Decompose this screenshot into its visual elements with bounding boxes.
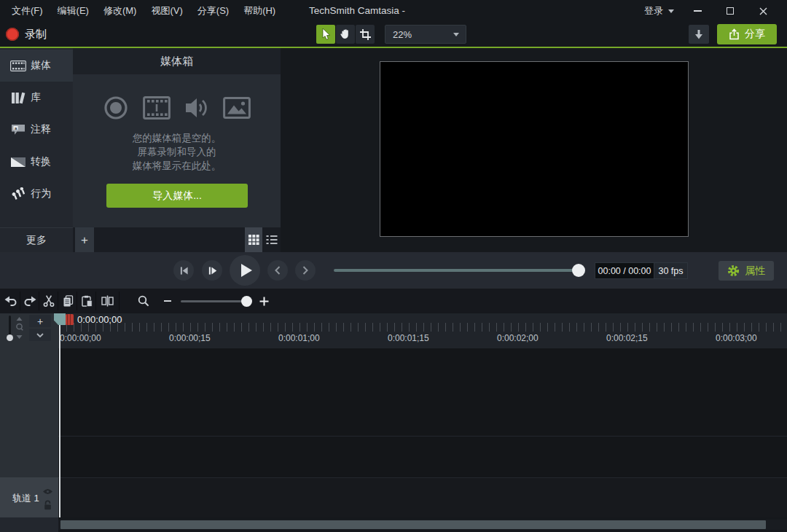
step-back-button[interactable] (173, 260, 194, 281)
grid-view-button[interactable] (245, 227, 262, 252)
film-icon (143, 96, 171, 120)
zoom-out-button[interactable] (160, 292, 175, 310)
track-area[interactable] (58, 348, 787, 517)
canvas-area[interactable] (281, 48, 787, 252)
timeline: + 0:00:00;00 0:00:00;15 0:00:01;00 0:00:… (0, 313, 787, 532)
ruler-label: 0:00:02;15 (606, 333, 648, 343)
media-bin-empty-message: 您的媒体箱是空的。 屏幕录制和导入的 媒体将显示在此处。 (73, 131, 281, 173)
minimize-icon (694, 10, 702, 12)
download-arrow-icon (694, 30, 703, 39)
add-track-button[interactable]: + (29, 315, 51, 327)
list-view-icon (266, 235, 278, 245)
export-local-button[interactable] (689, 25, 709, 44)
timeline-scrollbar-thumb[interactable] (60, 520, 766, 529)
prev-marker-button[interactable] (267, 260, 288, 281)
behaviors-icon (9, 187, 28, 200)
menu-help[interactable]: 帮助(H) (236, 0, 283, 22)
split-button[interactable] (96, 292, 120, 310)
maximize-icon (727, 7, 734, 15)
share-icon (729, 28, 740, 40)
sidebar-item-label: 媒体 (31, 59, 51, 72)
sidebar-item-media[interactable]: 媒体 (0, 50, 73, 82)
timeline-zoom-knob[interactable] (241, 296, 252, 307)
sidebar-item-annotations[interactable]: a 注释 (0, 114, 73, 146)
close-button[interactable] (752, 0, 774, 22)
preview-canvas[interactable] (380, 61, 689, 237)
share-button[interactable]: 分享 (717, 24, 777, 44)
callout-icon: a (9, 124, 28, 136)
menu-bar: 文件(F) 编辑(E) 修改(M) 视图(V) 分享(S) 帮助(H) Tech… (0, 0, 787, 22)
sidebar-item-transitions[interactable]: 转换 (0, 146, 73, 178)
login-label: 登录 (644, 4, 663, 17)
grid-view-icon (248, 235, 259, 245)
sidebar-more-button[interactable]: 更多 (0, 227, 73, 252)
crop-tool-button[interactable] (356, 25, 375, 44)
crop-icon (360, 29, 371, 40)
play-button[interactable] (230, 255, 260, 286)
undo-button[interactable] (1, 292, 20, 310)
seek-slider[interactable] (334, 269, 580, 272)
chevron-left-icon (275, 266, 281, 275)
more-label: 更多 (26, 234, 47, 247)
paste-button[interactable] (77, 292, 96, 310)
copy-icon (62, 295, 74, 307)
sidebar-item-behaviors[interactable]: 行为 (0, 178, 73, 210)
menu-view[interactable]: 视图(V) (144, 0, 189, 22)
select-tool-button[interactable] (316, 25, 335, 44)
step-forward-button[interactable] (202, 260, 222, 281)
window-title: TechSmith Camtasia - (309, 0, 405, 22)
pan-tool-button[interactable] (336, 25, 355, 44)
split-icon (101, 295, 114, 307)
redo-button[interactable] (20, 292, 39, 310)
import-media-button[interactable]: 导入媒体... (106, 184, 248, 208)
camtasia-window: 文件(F) 编辑(E) 修改(M) 视图(V) 分享(S) 帮助(H) Tech… (0, 0, 787, 532)
menu-share[interactable]: 分享(S) (190, 0, 236, 22)
playhead-out-flag[interactable] (66, 314, 74, 325)
add-media-button[interactable]: + (75, 227, 94, 252)
cut-button[interactable] (39, 292, 58, 310)
canvas-zoom-select[interactable]: 22% (385, 25, 466, 44)
empty-message-line: 屏幕录制和导入的 (73, 145, 281, 159)
properties-button[interactable]: 属性 (719, 261, 774, 281)
chevron-down-icon (668, 9, 674, 13)
minimize-button[interactable] (686, 0, 708, 22)
track-divider (58, 436, 787, 437)
track-visibility-icon[interactable] (42, 488, 53, 495)
copy-button[interactable] (58, 292, 77, 310)
scissors-icon (43, 295, 55, 307)
empty-message-line: 您的媒体箱是空的。 (73, 131, 281, 145)
timeline-toolbar (0, 289, 787, 313)
properties-label: 属性 (745, 265, 765, 278)
sidebar-item-library[interactable]: 库 (0, 82, 73, 114)
media-bin-bottom-bar: + (73, 227, 281, 252)
track-options-button[interactable] (29, 329, 51, 341)
menu-file[interactable]: 文件(F) (4, 0, 50, 22)
menu-modify[interactable]: 修改(M) (96, 0, 144, 22)
timeline-zoom-button[interactable] (134, 292, 153, 310)
zoom-in-button[interactable] (257, 292, 271, 310)
plus-icon: + (81, 234, 88, 246)
fps-display[interactable]: 30 fps (654, 262, 688, 279)
step-back-icon (179, 266, 189, 275)
timeline-scrollbar[interactable] (58, 520, 787, 530)
maximize-button[interactable] (719, 0, 741, 22)
track-zoom-fit-icon[interactable] (15, 317, 24, 339)
fps-value: 30 fps (658, 266, 683, 276)
menu-edit[interactable]: 编辑(E) (50, 0, 96, 22)
seek-slider-knob[interactable] (572, 264, 585, 277)
next-marker-button[interactable] (295, 260, 316, 281)
record-button[interactable]: 录制 (6, 22, 47, 47)
timeline-ruler[interactable]: 0:00:00;00 0:00:00;15 0:00:01;00 0:00:01… (58, 313, 787, 348)
track-lock-icon[interactable] (44, 500, 52, 510)
hand-icon (340, 28, 351, 40)
track-height-knob[interactable] (7, 335, 13, 341)
track-1-header[interactable]: 轨道 1 (0, 477, 58, 517)
login-menu[interactable]: 登录 (644, 0, 674, 22)
sidebar-item-label: 行为 (31, 187, 51, 200)
list-view-button[interactable] (263, 227, 281, 252)
chevron-right-icon (302, 266, 308, 275)
playhead-line[interactable] (59, 324, 60, 517)
share-label: 分享 (745, 28, 765, 41)
track-1-lane[interactable] (58, 478, 787, 517)
timeline-zoom-slider[interactable] (181, 300, 248, 302)
